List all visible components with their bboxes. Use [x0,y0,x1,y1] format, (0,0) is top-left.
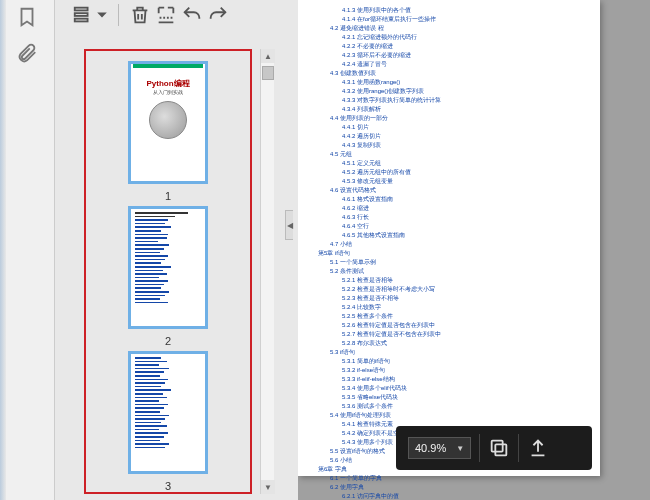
thumbnail-panel: Python编程 从入门到实战 1 2 [72,36,274,498]
toc-entry[interactable]: 6.1 一个简单的字典 [330,474,590,483]
svg-rect-0 [75,8,88,11]
delete-icon[interactable] [129,4,151,26]
thumbnail-label: 3 [165,480,171,492]
mini-content [131,354,205,453]
toc-entry[interactable]: 4.6 设置代码格式 [330,186,590,195]
toc-entry[interactable]: 4.2.3 循环后不必要的缩进 [342,51,590,60]
toc-entry[interactable]: 5.3.3 if-elif-else结构 [342,375,590,384]
toc-entry[interactable]: 4.3.4 列表解析 [342,105,590,114]
page-resize-icon[interactable] [155,4,177,26]
svg-rect-3 [495,444,506,455]
upload-icon[interactable] [527,437,549,459]
toc-entry[interactable]: 5.4 使用if语句处理列表 [330,411,590,420]
left-rail [0,0,55,500]
chevron-down-icon: ▼ [456,444,464,453]
toc-entry[interactable]: 6.2 使用字典 [330,483,590,492]
svg-rect-4 [492,441,503,452]
zoom-toolbar: 40.9% ▼ [396,426,592,470]
thumbnail-label: 2 [165,335,171,347]
toc-entry[interactable]: 6.2.1 访问字典中的值 [342,492,590,500]
panel-collapse-handle[interactable]: ◀ [285,210,293,240]
scroll-down-icon[interactable]: ▼ [261,480,275,494]
toc-entry[interactable]: 4.5.1 定义元组 [342,159,590,168]
cover-art [149,101,187,139]
thumbnail-toolbar [72,4,229,26]
thumbnail-selection: Python编程 从入门到实战 1 2 [84,49,252,494]
document-page: 4.1.3 使用列表中的各个值4.1.4 在for循环结束后执行一些操作4.2 … [298,0,600,476]
toc-entry[interactable]: 4.7 小结 [330,240,590,249]
svg-rect-1 [75,13,88,16]
attachment-icon[interactable] [16,42,38,64]
document-area[interactable]: 4.1.3 使用列表中的各个值4.1.4 在for循环结束后执行一些操作4.2 … [298,0,650,500]
toc-entry[interactable]: 5.2.1 检查是否相等 [342,276,590,285]
toc-entry[interactable]: 4.4.3 复制列表 [342,141,590,150]
toc-entry[interactable]: 5.3.4 使用多个elif代码块 [342,384,590,393]
cover-title: Python编程 [131,78,205,89]
toc-entry[interactable]: 4.3 创建数值列表 [330,69,590,78]
toc-entry[interactable]: 4.6.1 格式设置指南 [342,195,590,204]
thumbnail-page-2[interactable] [128,206,208,329]
toc-entry[interactable]: 5.3.2 if-else语句 [342,366,590,375]
thumbnail-page-3[interactable] [128,351,208,474]
svg-rect-2 [75,19,88,22]
dropdown-caret-icon[interactable] [96,9,108,21]
toc-entry[interactable]: 4.2.2 不必要的缩进 [342,42,590,51]
toc-entry[interactable]: 4.5 元组 [330,150,590,159]
toolbar-separator [118,4,119,26]
toc-entry[interactable]: 4.6.3 行长 [342,213,590,222]
thumbnail-scrollbar[interactable]: ▲ ▼ [260,49,274,494]
mini-content [131,209,205,308]
toc-entry[interactable]: 4.2 避免缩进错误 程 [330,24,590,33]
toc-entry[interactable]: 4.3.1 使用函数range() [342,78,590,87]
toc-entry[interactable]: 4.6.2 缩进 [342,204,590,213]
toc-entry[interactable]: 4.4.1 切片 [342,123,590,132]
window-edge [0,0,6,500]
toc-entry[interactable]: 4.5.3 修改元组变量 [342,177,590,186]
bookmark-icon[interactable] [16,6,38,28]
toc-entry[interactable]: 4.6.4 空行 [342,222,590,231]
toc-entry[interactable]: 5.2.2 检查是否相等时不考虑大小写 [342,285,590,294]
thumbnail-label: 1 [165,190,171,202]
toc-entry[interactable]: 5.3 if语句 [330,348,590,357]
toc-entry[interactable]: 5.3.1 简单的if语句 [342,357,590,366]
scroll-thumb[interactable] [262,66,274,80]
toc-entry[interactable]: 4.6.5 其他格式设置指南 [342,231,590,240]
toc-entry[interactable]: 4.4.2 遍历切片 [342,132,590,141]
toc-entry[interactable]: 第5章 if语句 [318,249,590,258]
zoom-dropdown[interactable]: 40.9% ▼ [408,437,471,459]
toc-entry[interactable]: 4.3.3 对数字列表执行简单的统计计算 [342,96,590,105]
list-options-icon[interactable] [72,4,94,26]
toc-entry[interactable]: 5.2.6 检查特定值是否包含在列表中 [342,321,590,330]
toc-entry[interactable]: 4.4 使用列表的一部分 [330,114,590,123]
copy-icon[interactable] [488,437,510,459]
toc-entry[interactable]: 5.2.4 比较数字 [342,303,590,312]
toc-entry[interactable]: 5.2.3 检查是否不相等 [342,294,590,303]
toc-entry[interactable]: 4.1.4 在for循环结束后执行一些操作 [342,15,590,24]
cover-subtitle: 从入门到实战 [131,89,205,95]
toc-entry[interactable]: 4.2.4 遗漏了冒号 [342,60,590,69]
thumbnail-page-1[interactable]: Python编程 从入门到实战 [128,61,208,184]
toc-entry[interactable]: 4.1.3 使用列表中的各个值 [342,6,590,15]
cover-stripe [133,64,203,68]
bar-separator [479,434,480,462]
toc-entry[interactable]: 5.2.5 检查多个条件 [342,312,590,321]
scroll-up-icon[interactable]: ▲ [261,49,275,63]
toc-entry[interactable]: 4.2.1 忘记缩进额外的代码行 [342,33,590,42]
toc-entry[interactable]: 4.3.2 使用range()创建数字列表 [342,87,590,96]
toc-entry[interactable]: 5.2.8 布尔表达式 [342,339,590,348]
toc-entry[interactable]: 5.3.6 测试多个条件 [342,402,590,411]
zoom-value: 40.9% [415,442,446,454]
toc-entry[interactable]: 5.2.7 检查特定值是否不包含在列表中 [342,330,590,339]
toc-entry[interactable]: 5.3.5 省略else代码块 [342,393,590,402]
bar-separator [518,434,519,462]
redo-icon[interactable] [207,4,229,26]
toc-entry[interactable]: 5.1 一个简单示例 [330,258,590,267]
toc-entry[interactable]: 5.2 条件测试 [330,267,590,276]
toc-entry[interactable]: 4.5.2 遍历元组中的所有值 [342,168,590,177]
undo-icon[interactable] [181,4,203,26]
